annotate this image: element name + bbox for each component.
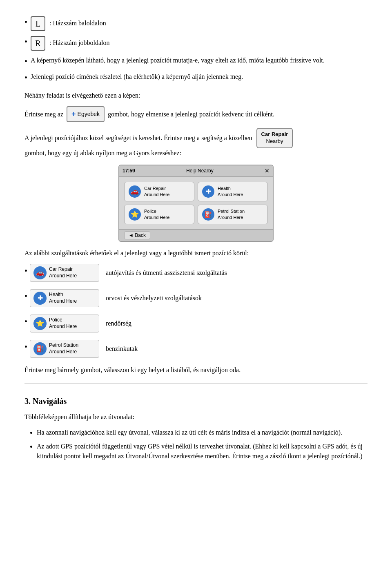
house-left-icon: L bbox=[31, 16, 45, 31]
bullet-sym-4: • bbox=[24, 341, 27, 353]
nav-bullet-2-text: Az adott GPS pozíciótól függetlenül vagy… bbox=[37, 443, 363, 460]
service-petrol-content: ⛽ Petrol Station Around Here benzinkutak bbox=[30, 340, 138, 358]
position-refresh-text: A képernyő közepén látható, hogy a jelen… bbox=[31, 56, 325, 65]
service-police-content: ⭐ Police Around Here rendőrség bbox=[30, 315, 131, 332]
petrol-text: Petrol Station Around Here bbox=[218, 208, 245, 220]
service-car-desc: autójavítás és útmenti asszisztensi szol… bbox=[106, 268, 227, 278]
service-police: • ⭐ Police Around Here rendőrség bbox=[24, 315, 368, 332]
service-health-img: ✚ Health Around Here bbox=[30, 289, 99, 307]
service-petrol-text: Petrol Station Around Here bbox=[49, 342, 78, 355]
help-nearby-button[interactable]: Car Repair Nearby bbox=[256, 128, 293, 148]
health-icon: ✚ bbox=[202, 185, 214, 198]
nav-bullet-2: Az adott GPS pozíciótól függetlenül vagy… bbox=[37, 442, 368, 461]
services-intro: Az alábbi szolgáltatások érhetőek el a j… bbox=[24, 248, 368, 258]
service-health: • ✚ Health Around Here orvosi és vészhel… bbox=[24, 289, 368, 307]
egyebek-plus-icon: + bbox=[71, 109, 76, 120]
device-mockup: 17:59 Help Nearby ✕ 🚗 Car Repair Around … bbox=[118, 165, 274, 242]
help-nearby-btn-line2: Nearby bbox=[266, 138, 283, 145]
bullet-position-details: • Jelenlegi pozíció címének részletei (h… bbox=[24, 72, 368, 83]
service-car-repair: • 🚗 Car Repair Around Here autójavítás é… bbox=[24, 264, 368, 282]
service-petrol: • ⛽ Petrol Station Around Here benzinkut… bbox=[24, 340, 368, 358]
tasks-intro: Néhány feladat is elvégezhető ezen a kép… bbox=[24, 91, 368, 100]
device-titlebar: 17:59 Help Nearby ✕ bbox=[119, 165, 273, 177]
egyebek-button[interactable]: + Egyebek bbox=[67, 106, 105, 122]
egyebek-after-text: gombot, hogy elmentse a jelenlegi pozíci… bbox=[108, 109, 274, 119]
device-back-button[interactable]: ◄ Back bbox=[124, 231, 150, 239]
service-police-desc: rendőrség bbox=[106, 319, 131, 328]
egyebek-before-text: Érintse meg az bbox=[24, 109, 63, 119]
help-nearby-after-text: gombot, hogy egy új ablak nyíljon meg a … bbox=[24, 148, 181, 158]
position-details-text: Jelenlegi pozíció címének részletei (ha … bbox=[31, 72, 243, 82]
bullet-position-refresh: • A képernyő közepén látható, hogy a jel… bbox=[24, 56, 368, 67]
touch-any-text: Érintse meg bármely gombot, válasszon ki… bbox=[24, 365, 368, 375]
health-text: Health Around Here bbox=[218, 185, 243, 197]
device-title: Help Nearby bbox=[135, 167, 265, 174]
service-petrol-desc: benzinkutak bbox=[106, 344, 138, 354]
bullet-sym-3: • bbox=[24, 315, 27, 328]
help-nearby-before-text: A jelenlegi pozíciójához közel segítsége… bbox=[24, 133, 252, 143]
help-nearby-btn-line1: Car Repair bbox=[261, 131, 288, 138]
bullet-sym-1: • bbox=[24, 265, 27, 277]
service-petrol-icon: ⛽ bbox=[33, 342, 47, 355]
device-health-btn[interactable]: ✚ Health Around Here bbox=[198, 182, 268, 201]
egyebek-label: Egyebek bbox=[78, 110, 100, 118]
service-health-desc: orvosi és vészhelyzeti szolgáltatások bbox=[106, 293, 202, 303]
service-car-content: 🚗 Car Repair Around Here autójavítás és … bbox=[30, 264, 227, 282]
service-health-icon: ✚ bbox=[33, 292, 47, 305]
police-text: Police Around Here bbox=[144, 208, 169, 220]
device-car-repair-btn[interactable]: 🚗 Car Repair Around Here bbox=[124, 182, 194, 201]
service-car-icon: 🚗 bbox=[33, 266, 47, 279]
section3-heading: 3. Navigálás bbox=[24, 395, 368, 407]
house-left-desc: : Házszám baloldalon bbox=[49, 20, 106, 27]
service-car-img: 🚗 Car Repair Around Here bbox=[30, 264, 99, 282]
service-health-text: Health Around Here bbox=[49, 292, 77, 304]
bullet-house-right: • R : Házszám jobboldalon bbox=[24, 36, 368, 51]
bullet-house-left: • L : Házszám baloldalon bbox=[24, 16, 368, 31]
house-right-icon: R bbox=[31, 36, 45, 51]
help-nearby-intro-line: A jelenlegi pozíciójához közel segítsége… bbox=[24, 128, 368, 158]
egyebek-line: Érintse meg az + Egyebek gombot, hogy el… bbox=[24, 106, 368, 122]
device-time: 17:59 bbox=[122, 167, 135, 174]
device-back-bar: ◄ Back bbox=[119, 229, 273, 241]
device-close-icon[interactable]: ✕ bbox=[265, 167, 270, 175]
service-health-content: ✚ Health Around Here orvosi és vészhelyz… bbox=[30, 289, 202, 307]
car-repair-text: Car Repair Around Here bbox=[144, 185, 169, 197]
nav-intro: Többféleképpen állíthatja be az útvonala… bbox=[24, 412, 368, 422]
service-police-img: ⭐ Police Around Here bbox=[30, 315, 99, 332]
service-police-text: Police Around Here bbox=[49, 317, 77, 330]
service-petrol-img: ⛽ Petrol Station Around Here bbox=[30, 340, 99, 358]
nav-bullet-1: Ha azonnali navigációhoz kell egy útvona… bbox=[37, 428, 368, 437]
nav-bullets-list: Ha azonnali navigációhoz kell egy útvona… bbox=[37, 428, 368, 461]
bullet-sym-2: • bbox=[24, 290, 27, 302]
house-right-desc: : Házszám jobboldalon bbox=[49, 39, 110, 46]
service-police-icon: ⭐ bbox=[33, 317, 47, 330]
device-petrol-btn[interactable]: ⛽ Petrol Station Around Here bbox=[198, 205, 268, 224]
device-grid: 🚗 Car Repair Around Here ✚ Health Around… bbox=[119, 177, 273, 229]
service-car-text: Car Repair Around Here bbox=[49, 266, 77, 279]
nav-bullet-1-text: Ha azonnali navigációhoz kell egy útvona… bbox=[37, 429, 342, 436]
section-divider bbox=[24, 383, 368, 384]
car-repair-icon: 🚗 bbox=[129, 185, 141, 198]
petrol-icon: ⛽ bbox=[202, 208, 214, 221]
police-icon: ⭐ bbox=[129, 208, 141, 221]
device-police-btn[interactable]: ⭐ Police Around Here bbox=[124, 205, 194, 224]
